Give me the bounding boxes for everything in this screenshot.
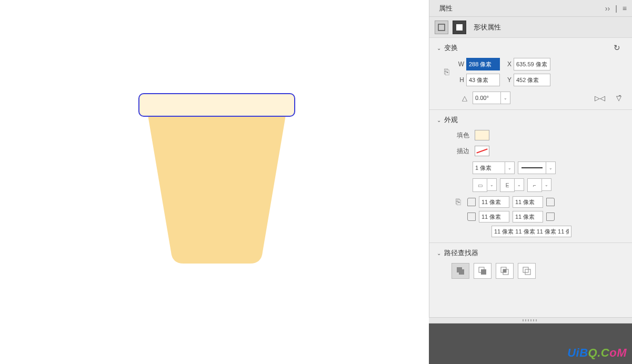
svg-rect-0 [438,24,445,31]
svg-rect-5 [481,269,486,275]
x-label: X [504,60,511,68]
chevron-down-icon: ⌄ [437,117,441,123]
y-label: Y [504,76,511,84]
fill-swatch[interactable] [475,130,489,140]
shape-mode-button[interactable] [435,21,448,34]
link-wh-icon[interactable]: ⎘ [441,67,453,77]
fill-label: 填色 [457,131,469,140]
cup-body-shape [148,115,286,264]
flip-vertical-icon[interactable]: ▽̄ [613,92,625,104]
height-input[interactable] [466,74,500,86]
pathfinder-unite-button[interactable] [452,263,469,279]
flip-horizontal-icon[interactable]: ▷◁ [594,92,606,104]
stroke-join-dropdown[interactable]: ⌄ [542,178,551,191]
corner-tr-icon [546,198,555,206]
angle-icon: △ [462,94,467,102]
pathfinder-exclude-button[interactable] [518,263,536,279]
corner-bl-input[interactable] [479,211,509,223]
divider: | [615,4,617,13]
chevron-down-icon: ⌄ [437,250,441,256]
appearance-header[interactable]: ⌄ 外观 [437,115,625,125]
svg-rect-1 [456,24,463,31]
stroke-cap-dropdown[interactable]: ⌄ [515,178,524,191]
width-label: W [457,60,464,68]
pathfinder-subtract-button[interactable] [474,263,491,279]
corner-br-input[interactable] [513,211,543,223]
chevron-down-icon: ⌄ [437,45,441,51]
menu-icon[interactable]: ≡ [623,4,627,13]
x-input[interactable] [514,58,550,70]
stroke-style-dropdown[interactable]: ⌄ [546,161,556,174]
corner-tr-input[interactable] [513,196,543,208]
angle-dropdown[interactable]: ⌄ [501,92,510,104]
stroke-width-dropdown[interactable]: ⌄ [505,161,515,174]
appearance-section: ⌄ 外观 填色 描边 ⌄ ⌄ ▭⌄ E⌄ ⌐⌄ [429,110,632,243]
panel-subheader: 形状属性 [429,17,632,38]
stroke-align-dropdown[interactable]: ⌄ [487,178,497,191]
panel-header: 属性 ›› | ≡ [429,0,632,17]
y-input[interactable] [514,74,550,86]
width-input[interactable] [466,58,500,70]
mask-mode-button[interactable] [453,21,466,34]
collapse-icon[interactable]: ›› [605,4,610,13]
transform-header[interactable]: ⌄ 变换 [437,43,625,53]
svg-rect-10 [525,269,530,275]
stroke-cap-button[interactable]: E [500,178,515,192]
svg-rect-8 [503,269,506,272]
pathfinder-section: ⌄ 路径查找器 [429,243,632,284]
corner-br-icon [546,213,555,221]
cup-lid-shape-selected[interactable] [138,93,295,117]
stroke-label: 描边 [457,147,469,156]
stroke-style-select[interactable] [518,161,546,174]
corner-tl-input[interactable] [479,196,509,208]
corner-tl-icon [467,198,476,206]
pathfinder-header[interactable]: ⌄ 路径查找器 [437,248,625,258]
panel-resize-handle[interactable] [429,317,632,323]
svg-rect-9 [523,267,528,272]
corner-bl-icon [467,213,476,221]
panel-subtitle: 形状属性 [474,23,501,32]
pathfinder-intersect-button[interactable] [496,263,514,279]
stroke-join-button[interactable]: ⌐ [527,178,542,192]
corner-summary-input[interactable] [491,226,571,237]
height-label: H [457,76,464,84]
properties-panel: 属性 ›› | ≡ 形状属性 ⌄ 变换 ↻ ⎘ W H [429,0,632,317]
stroke-align-button[interactable]: ▭ [473,178,487,192]
watermark: UiBQ.CoM [567,346,627,360]
canvas-area[interactable] [0,0,429,364]
angle-input[interactable] [473,92,501,104]
transform-section: ⌄ 变换 ↻ ⎘ W H X Y [429,38,632,110]
link-corners-icon[interactable]: ⎘ [453,197,464,207]
stroke-width-input[interactable] [473,161,505,174]
stroke-swatch[interactable] [475,146,489,156]
svg-rect-3 [459,269,464,275]
reset-icon[interactable]: ↻ [614,43,620,53]
panel-tab-properties[interactable]: 属性 [435,4,457,13]
